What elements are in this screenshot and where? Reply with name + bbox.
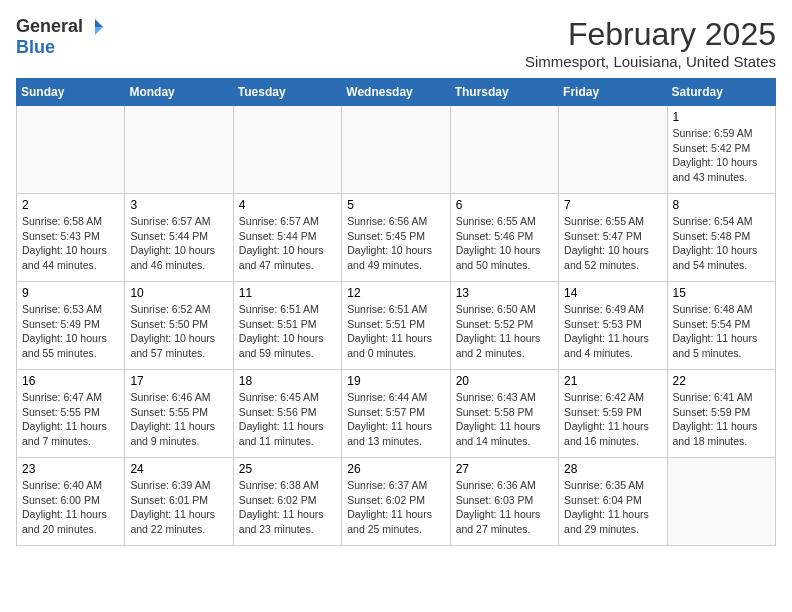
calendar-cell: 5Sunrise: 6:56 AM Sunset: 5:45 PM Daylig… — [342, 194, 450, 282]
svg-marker-0 — [95, 19, 103, 27]
day-info: Sunrise: 6:55 AM Sunset: 5:47 PM Dayligh… — [564, 214, 661, 273]
calendar-cell: 26Sunrise: 6:37 AM Sunset: 6:02 PM Dayli… — [342, 458, 450, 546]
day-number: 17 — [130, 374, 227, 388]
calendar-cell — [17, 106, 125, 194]
day-number: 20 — [456, 374, 553, 388]
calendar-cell — [667, 458, 775, 546]
calendar-cell: 3Sunrise: 6:57 AM Sunset: 5:44 PM Daylig… — [125, 194, 233, 282]
day-number: 15 — [673, 286, 770, 300]
day-number: 22 — [673, 374, 770, 388]
day-info: Sunrise: 6:44 AM Sunset: 5:57 PM Dayligh… — [347, 390, 444, 449]
calendar-cell: 9Sunrise: 6:53 AM Sunset: 5:49 PM Daylig… — [17, 282, 125, 370]
calendar-cell: 28Sunrise: 6:35 AM Sunset: 6:04 PM Dayli… — [559, 458, 667, 546]
calendar-cell: 4Sunrise: 6:57 AM Sunset: 5:44 PM Daylig… — [233, 194, 341, 282]
weekday-header-friday: Friday — [559, 79, 667, 106]
weekday-header-thursday: Thursday — [450, 79, 558, 106]
day-number: 26 — [347, 462, 444, 476]
calendar-cell: 12Sunrise: 6:51 AM Sunset: 5:51 PM Dayli… — [342, 282, 450, 370]
logo-blue-text: Blue — [16, 37, 55, 58]
calendar-cell: 17Sunrise: 6:46 AM Sunset: 5:55 PM Dayli… — [125, 370, 233, 458]
day-number: 7 — [564, 198, 661, 212]
calendar-cell — [233, 106, 341, 194]
day-info: Sunrise: 6:36 AM Sunset: 6:03 PM Dayligh… — [456, 478, 553, 537]
day-number: 13 — [456, 286, 553, 300]
calendar-cell: 8Sunrise: 6:54 AM Sunset: 5:48 PM Daylig… — [667, 194, 775, 282]
calendar-cell — [342, 106, 450, 194]
day-info: Sunrise: 6:35 AM Sunset: 6:04 PM Dayligh… — [564, 478, 661, 537]
day-info: Sunrise: 6:57 AM Sunset: 5:44 PM Dayligh… — [239, 214, 336, 273]
week-row-4: 16Sunrise: 6:47 AM Sunset: 5:55 PM Dayli… — [17, 370, 776, 458]
day-info: Sunrise: 6:57 AM Sunset: 5:44 PM Dayligh… — [130, 214, 227, 273]
svg-marker-1 — [95, 27, 103, 35]
calendar-cell: 14Sunrise: 6:49 AM Sunset: 5:53 PM Dayli… — [559, 282, 667, 370]
day-info: Sunrise: 6:38 AM Sunset: 6:02 PM Dayligh… — [239, 478, 336, 537]
day-number: 11 — [239, 286, 336, 300]
weekday-header-wednesday: Wednesday — [342, 79, 450, 106]
day-info: Sunrise: 6:53 AM Sunset: 5:49 PM Dayligh… — [22, 302, 119, 361]
day-info: Sunrise: 6:56 AM Sunset: 5:45 PM Dayligh… — [347, 214, 444, 273]
day-number: 2 — [22, 198, 119, 212]
day-number: 14 — [564, 286, 661, 300]
week-row-3: 9Sunrise: 6:53 AM Sunset: 5:49 PM Daylig… — [17, 282, 776, 370]
day-info: Sunrise: 6:58 AM Sunset: 5:43 PM Dayligh… — [22, 214, 119, 273]
day-number: 1 — [673, 110, 770, 124]
calendar-cell: 23Sunrise: 6:40 AM Sunset: 6:00 PM Dayli… — [17, 458, 125, 546]
calendar-cell: 2Sunrise: 6:58 AM Sunset: 5:43 PM Daylig… — [17, 194, 125, 282]
title-area: February 2025 Simmesport, Louisiana, Uni… — [525, 16, 776, 70]
calendar-cell: 7Sunrise: 6:55 AM Sunset: 5:47 PM Daylig… — [559, 194, 667, 282]
calendar-table: SundayMondayTuesdayWednesdayThursdayFrid… — [16, 78, 776, 546]
weekday-header-sunday: Sunday — [17, 79, 125, 106]
calendar-cell — [125, 106, 233, 194]
day-number: 3 — [130, 198, 227, 212]
calendar-cell: 20Sunrise: 6:43 AM Sunset: 5:58 PM Dayli… — [450, 370, 558, 458]
calendar-cell — [559, 106, 667, 194]
day-info: Sunrise: 6:37 AM Sunset: 6:02 PM Dayligh… — [347, 478, 444, 537]
calendar-cell: 10Sunrise: 6:52 AM Sunset: 5:50 PM Dayli… — [125, 282, 233, 370]
day-info: Sunrise: 6:42 AM Sunset: 5:59 PM Dayligh… — [564, 390, 661, 449]
weekday-header-row: SundayMondayTuesdayWednesdayThursdayFrid… — [17, 79, 776, 106]
day-info: Sunrise: 6:48 AM Sunset: 5:54 PM Dayligh… — [673, 302, 770, 361]
day-number: 23 — [22, 462, 119, 476]
day-number: 19 — [347, 374, 444, 388]
weekday-header-saturday: Saturday — [667, 79, 775, 106]
week-row-2: 2Sunrise: 6:58 AM Sunset: 5:43 PM Daylig… — [17, 194, 776, 282]
logo: General Blue — [16, 16, 105, 58]
weekday-header-tuesday: Tuesday — [233, 79, 341, 106]
day-number: 28 — [564, 462, 661, 476]
day-number: 4 — [239, 198, 336, 212]
day-info: Sunrise: 6:41 AM Sunset: 5:59 PM Dayligh… — [673, 390, 770, 449]
day-info: Sunrise: 6:40 AM Sunset: 6:00 PM Dayligh… — [22, 478, 119, 537]
calendar-cell: 11Sunrise: 6:51 AM Sunset: 5:51 PM Dayli… — [233, 282, 341, 370]
calendar-cell: 13Sunrise: 6:50 AM Sunset: 5:52 PM Dayli… — [450, 282, 558, 370]
week-row-1: 1Sunrise: 6:59 AM Sunset: 5:42 PM Daylig… — [17, 106, 776, 194]
weekday-header-monday: Monday — [125, 79, 233, 106]
day-number: 12 — [347, 286, 444, 300]
calendar-cell: 15Sunrise: 6:48 AM Sunset: 5:54 PM Dayli… — [667, 282, 775, 370]
day-info: Sunrise: 6:54 AM Sunset: 5:48 PM Dayligh… — [673, 214, 770, 273]
day-number: 5 — [347, 198, 444, 212]
day-info: Sunrise: 6:51 AM Sunset: 5:51 PM Dayligh… — [239, 302, 336, 361]
day-number: 24 — [130, 462, 227, 476]
calendar-cell — [450, 106, 558, 194]
calendar-cell: 18Sunrise: 6:45 AM Sunset: 5:56 PM Dayli… — [233, 370, 341, 458]
day-number: 6 — [456, 198, 553, 212]
day-number: 27 — [456, 462, 553, 476]
day-info: Sunrise: 6:52 AM Sunset: 5:50 PM Dayligh… — [130, 302, 227, 361]
calendar-cell: 19Sunrise: 6:44 AM Sunset: 5:57 PM Dayli… — [342, 370, 450, 458]
day-info: Sunrise: 6:47 AM Sunset: 5:55 PM Dayligh… — [22, 390, 119, 449]
day-number: 10 — [130, 286, 227, 300]
calendar-cell: 22Sunrise: 6:41 AM Sunset: 5:59 PM Dayli… — [667, 370, 775, 458]
day-info: Sunrise: 6:51 AM Sunset: 5:51 PM Dayligh… — [347, 302, 444, 361]
day-number: 9 — [22, 286, 119, 300]
week-row-5: 23Sunrise: 6:40 AM Sunset: 6:00 PM Dayli… — [17, 458, 776, 546]
calendar-cell: 21Sunrise: 6:42 AM Sunset: 5:59 PM Dayli… — [559, 370, 667, 458]
day-info: Sunrise: 6:49 AM Sunset: 5:53 PM Dayligh… — [564, 302, 661, 361]
day-number: 21 — [564, 374, 661, 388]
calendar-cell: 24Sunrise: 6:39 AM Sunset: 6:01 PM Dayli… — [125, 458, 233, 546]
calendar-cell: 27Sunrise: 6:36 AM Sunset: 6:03 PM Dayli… — [450, 458, 558, 546]
header: General Blue February 2025 Simmesport, L… — [16, 16, 776, 70]
calendar-cell: 25Sunrise: 6:38 AM Sunset: 6:02 PM Dayli… — [233, 458, 341, 546]
calendar-cell: 1Sunrise: 6:59 AM Sunset: 5:42 PM Daylig… — [667, 106, 775, 194]
day-info: Sunrise: 6:39 AM Sunset: 6:01 PM Dayligh… — [130, 478, 227, 537]
logo-general-text: General — [16, 16, 83, 37]
